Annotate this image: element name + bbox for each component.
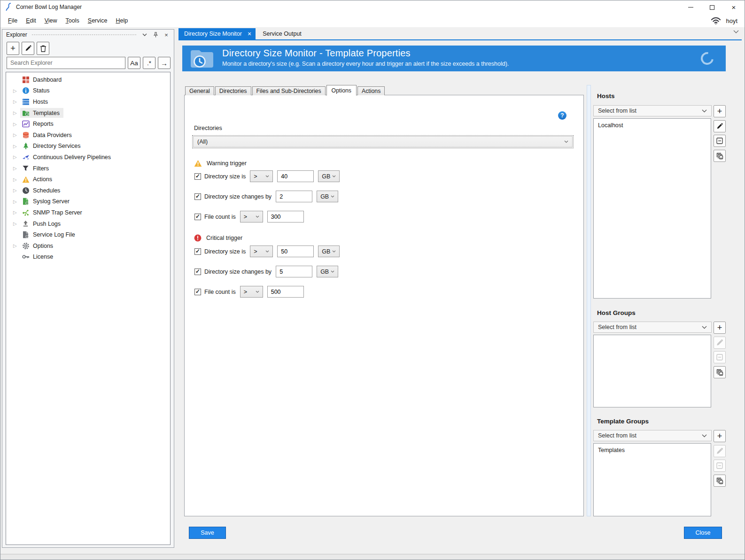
tab-general[interactable]: General [185, 86, 214, 95]
host-groups-remove-button[interactable] [714, 351, 726, 363]
warning-size-checkbox[interactable] [194, 173, 201, 180]
warning-change-checkbox[interactable] [194, 193, 201, 200]
warning-change-input[interactable] [276, 191, 312, 202]
warning-size-input[interactable] [277, 170, 314, 182]
sidebar-item-license[interactable]: License [6, 252, 170, 263]
sidebar-item-data-providers[interactable]: ▷ Data Providers [6, 130, 170, 141]
hosts-select-dropdown[interactable]: Select from list [593, 105, 712, 116]
sidebar-item-templates[interactable]: ▷ Templates [6, 107, 170, 119]
tab-files-and-sub-directories[interactable]: Files and Sub-Directories [252, 86, 326, 95]
hosts-list-item[interactable]: Localhost [594, 119, 711, 129]
host-groups-copy-button[interactable] [714, 366, 726, 378]
template-groups-list[interactable]: Templates [593, 443, 711, 516]
maximize-button[interactable] [701, 0, 723, 14]
host-groups-edit-button[interactable] [714, 337, 726, 349]
hosts-list[interactable]: Localhost [593, 118, 711, 299]
host-groups-list[interactable] [593, 335, 711, 407]
close-panel-icon[interactable]: × [163, 31, 170, 38]
critical-size-unit-select[interactable]: GB [318, 245, 340, 257]
hosts-remove-button[interactable] [714, 135, 726, 147]
tab-options[interactable]: Options [326, 85, 357, 96]
panel-menu-chevron-icon[interactable] [141, 31, 148, 38]
critical-size-checkbox[interactable] [194, 248, 201, 255]
hosts-copy-button[interactable] [714, 150, 726, 162]
critical-count-input[interactable] [267, 286, 304, 298]
pin-icon[interactable] [152, 31, 159, 38]
warning-count-checkbox[interactable] [194, 214, 201, 220]
template-groups-list-item[interactable]: Templates [594, 444, 711, 453]
sidebar-item-directory-services[interactable]: ▷ Directory Services [6, 141, 170, 152]
tab-close-icon[interactable]: × [248, 31, 251, 37]
sidebar-item-status[interactable]: ▷ Status [6, 85, 170, 97]
menu-view[interactable]: View [40, 14, 62, 27]
menu-tools[interactable]: Tools [62, 14, 84, 27]
warning-size-unit-select[interactable]: GB [318, 170, 340, 182]
tab-service-output[interactable]: Service Output [256, 28, 309, 39]
host-groups-add-button[interactable]: + [714, 322, 726, 334]
expander-icon[interactable]: ▷ [11, 144, 20, 149]
sidebar-item-dashboard[interactable]: Dashboard [6, 74, 170, 85]
close-window-button[interactable]: × [723, 0, 745, 14]
match-case-button[interactable]: Aa [128, 57, 140, 69]
expander-icon[interactable]: ▷ [11, 188, 20, 193]
save-button[interactable]: Save [189, 527, 226, 539]
sidebar-item-continuous-delivery-pipelines[interactable]: ▷ Continuous Delivery Pipelines [6, 152, 170, 163]
critical-change-input[interactable] [276, 266, 312, 277]
hosts-edit-button[interactable] [714, 120, 726, 132]
add-button[interactable]: + [7, 42, 19, 55]
expander-icon[interactable]: ▷ [11, 99, 20, 104]
expander-icon[interactable]: ▷ [11, 110, 20, 115]
warning-change-unit-select[interactable]: GB [317, 191, 338, 202]
search-input[interactable] [7, 57, 125, 69]
expander-icon[interactable]: ▷ [11, 166, 20, 171]
expander-icon[interactable]: ▷ [11, 122, 20, 127]
critical-count-checkbox[interactable] [194, 289, 201, 295]
expander-icon[interactable]: ▷ [11, 88, 20, 93]
tab-directory-size-monitor[interactable]: Directory Size Monitor × [178, 28, 256, 39]
critical-count-operator-select[interactable]: > [240, 286, 263, 298]
expander-icon[interactable]: ▷ [11, 210, 20, 215]
expander-icon[interactable]: ▷ [11, 177, 20, 182]
sidebar-item-filters[interactable]: ▷ Filters [6, 163, 170, 174]
directories-dropdown[interactable]: (All) [193, 136, 573, 147]
expander-icon[interactable]: ▷ [11, 221, 20, 226]
expander-icon[interactable]: ▷ [11, 243, 20, 248]
delete-button[interactable] [37, 42, 49, 55]
menu-help[interactable]: Help [111, 14, 132, 27]
expander-icon[interactable]: ▷ [11, 154, 20, 160]
host-groups-select-dropdown[interactable]: Select from list [593, 322, 712, 333]
warning-count-input[interactable] [267, 211, 304, 222]
minimize-button[interactable] [680, 0, 701, 14]
sidebar-item-hosts[interactable]: ▷ Hosts [6, 96, 170, 107]
menu-file[interactable]: File [4, 14, 22, 27]
warning-size-operator-select[interactable]: > [250, 170, 273, 182]
close-button[interactable]: Close [684, 527, 722, 539]
hosts-add-button[interactable]: + [714, 105, 726, 117]
expander-icon[interactable]: ▷ [11, 132, 20, 138]
menu-edit[interactable]: Edit [22, 14, 40, 27]
regex-button[interactable]: .* [143, 57, 155, 69]
help-icon[interactable]: ? [558, 111, 567, 120]
connection-status[interactable]: hoyt [710, 14, 737, 27]
template-groups-edit-button[interactable] [714, 445, 726, 457]
tab-directories[interactable]: Directories [215, 86, 251, 95]
sidebar-item-options[interactable]: ▷ Options [6, 240, 170, 252]
tab-actions[interactable]: Actions [357, 86, 385, 95]
vertical-scrollbar[interactable] [587, 85, 591, 516]
sidebar-item-push-logs[interactable]: ▷ Push Logs [6, 218, 170, 230]
expander-icon[interactable]: ▷ [11, 199, 20, 204]
template-groups-select-dropdown[interactable]: Select from list [593, 430, 712, 441]
edit-button[interactable] [22, 42, 34, 55]
search-go-button[interactable]: → [158, 57, 171, 69]
template-groups-remove-button[interactable] [714, 460, 726, 472]
menu-service[interactable]: Service [84, 14, 112, 27]
template-groups-copy-button[interactable] [714, 475, 726, 487]
warning-count-operator-select[interactable]: > [240, 211, 263, 222]
sidebar-item-reports[interactable]: ▷ Reports [6, 118, 170, 130]
template-groups-add-button[interactable]: + [714, 430, 726, 442]
critical-change-checkbox[interactable] [194, 268, 201, 275]
tab-list-chevron-icon[interactable] [733, 30, 739, 33]
sidebar-item-actions[interactable]: ▷ Actions [6, 174, 170, 185]
sidebar-item-syslog-server[interactable]: ▷ Syslog Server [6, 196, 170, 207]
sidebar-item-snmp-trap-server[interactable]: ▷ SNMP Trap Server [6, 207, 170, 218]
